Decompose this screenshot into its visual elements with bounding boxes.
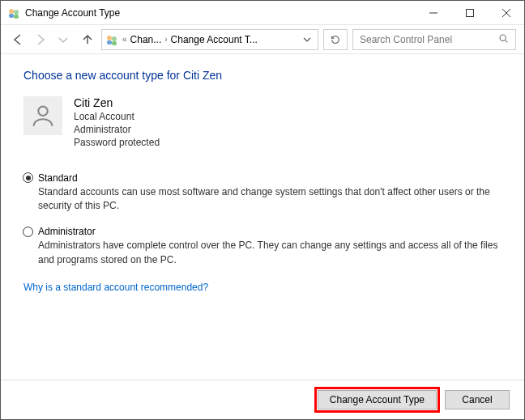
radio-administrator[interactable] xyxy=(23,227,33,237)
account-password: Password protected xyxy=(74,136,160,149)
option-standard-desc: Standard accounts can use most software … xyxy=(38,185,502,214)
page-heading: Choose a new account type for Citi Zen xyxy=(23,69,502,82)
recent-dropdown[interactable] xyxy=(54,31,72,49)
svg-rect-10 xyxy=(107,40,112,45)
address-icon xyxy=(105,33,118,46)
option-administrator-desc: Administrators have complete control ove… xyxy=(38,239,502,267)
maximize-button[interactable] xyxy=(451,1,488,24)
account-type: Local Account xyxy=(74,110,160,123)
option-administrator-label[interactable]: Administrator xyxy=(38,226,96,237)
back-button[interactable] xyxy=(9,31,27,49)
breadcrumb-sep[interactable]: › xyxy=(164,35,167,44)
help-link[interactable]: Why is a standard account recommended? xyxy=(23,282,208,293)
account-info: Citi Zen Local Account Administrator Pas… xyxy=(74,96,160,150)
address-dropdown[interactable] xyxy=(300,36,314,44)
account-role: Administrator xyxy=(74,123,160,136)
svg-point-8 xyxy=(107,36,112,40)
svg-point-1 xyxy=(14,10,19,15)
footer: Change Account Type Cancel xyxy=(1,380,524,419)
avatar xyxy=(23,96,62,135)
radio-standard[interactable] xyxy=(23,172,33,183)
search-box[interactable] xyxy=(352,29,516,50)
minimize-button[interactable] xyxy=(415,1,451,24)
up-button[interactable] xyxy=(79,31,96,49)
svg-rect-11 xyxy=(112,41,117,45)
option-administrator: Administrator Administrators have comple… xyxy=(23,226,502,267)
window-title: Change Account Type xyxy=(25,7,415,19)
app-icon xyxy=(7,6,20,19)
refresh-button[interactable] xyxy=(323,29,348,50)
cancel-button[interactable]: Cancel xyxy=(445,390,510,409)
svg-point-9 xyxy=(112,36,117,41)
account-block: Citi Zen Local Account Administrator Pas… xyxy=(23,96,502,150)
breadcrumb-item[interactable]: Chan... xyxy=(130,32,163,47)
window-controls xyxy=(415,1,524,24)
titlebar: Change Account Type xyxy=(1,1,524,25)
navbar: « Chan... › Change Account T... xyxy=(1,25,524,54)
breadcrumb-sep[interactable]: « xyxy=(122,35,127,44)
search-icon xyxy=(498,33,509,46)
address-bar[interactable]: « Chan... › Change Account T... xyxy=(101,29,318,50)
search-input[interactable] xyxy=(360,34,498,45)
svg-rect-2 xyxy=(9,14,14,18)
content-area: Choose a new account type for Citi Zen C… xyxy=(1,54,524,380)
svg-rect-3 xyxy=(14,15,19,19)
svg-point-0 xyxy=(9,9,14,14)
svg-rect-5 xyxy=(466,9,473,16)
change-account-type-button[interactable]: Change Account Type xyxy=(318,390,437,409)
svg-point-14 xyxy=(38,107,47,116)
svg-line-13 xyxy=(506,40,507,41)
account-name: Citi Zen xyxy=(74,96,160,109)
option-standard: Standard Standard accounts can use most … xyxy=(23,172,502,214)
forward-button[interactable] xyxy=(32,31,49,49)
option-standard-label[interactable]: Standard xyxy=(38,172,78,184)
close-button[interactable] xyxy=(488,1,524,24)
svg-point-12 xyxy=(500,35,506,40)
breadcrumb-item[interactable]: Change Account T... xyxy=(170,32,258,47)
